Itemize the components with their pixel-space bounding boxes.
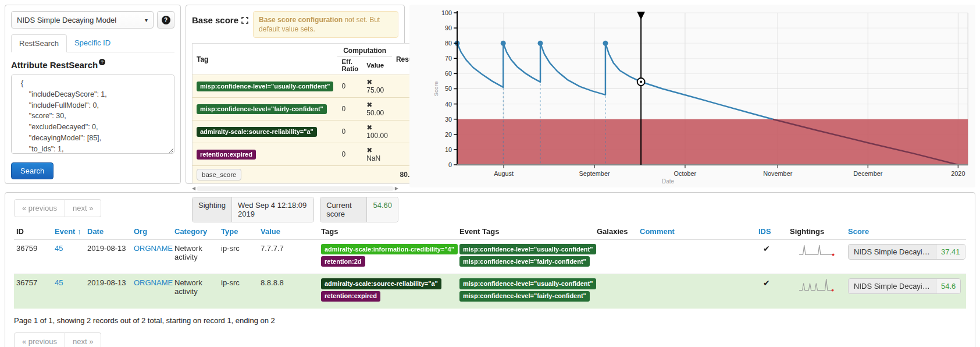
tag-badge[interactable]: misp:confidence-level="fairly-confident" <box>197 104 327 114</box>
ids-check-icon: ✔ <box>758 244 770 253</box>
event-tag-badge[interactable]: misp:confidence-level="fairly-confident" <box>459 256 590 267</box>
col-computation: Computation <box>337 44 391 57</box>
col-id: ID <box>14 224 52 240</box>
event-tag-badge[interactable]: misp:confidence-level="fairly-confident" <box>459 291 590 302</box>
eff-ratio-value: 0 <box>337 121 362 143</box>
previous-page-button[interactable]: « previous <box>14 332 65 347</box>
attribute-row: 36757 45 2019-08-13 ORGNAME Network acti… <box>14 274 966 309</box>
attributes-table: ID Event ↑ Date Org Category Type Value … <box>14 224 966 309</box>
base-score-panel: Base score Base score configuration not … <box>186 5 405 184</box>
cell-date: 2019-08-13 <box>85 274 131 309</box>
svg-text:80: 80 <box>445 40 452 47</box>
question-icon: ? <box>99 59 105 65</box>
cell-galaxies <box>594 274 637 309</box>
horizontal-scrollbar[interactable]: ◀ ▶ <box>192 186 398 192</box>
sighting-date: Wed Sep 4 12:18:09 2019 <box>232 197 313 222</box>
chevron-down-icon: ▾ <box>145 17 148 23</box>
org-link[interactable]: ORGNAME <box>134 244 173 253</box>
tag-numeric-value: 50.00 <box>366 109 384 117</box>
score-button[interactable]: NIDS Simple Decaying … 37.41 <box>848 244 965 260</box>
col-org[interactable]: Org <box>131 224 172 240</box>
base-score-table: Tag Computation Result Eff. Ratio Value … <box>192 43 422 184</box>
restsearch-body-input[interactable]: { "includeDecayScore": 1, "includeFullMo… <box>11 75 174 154</box>
tab-restsearch[interactable]: RestSearch <box>11 34 67 52</box>
tab-specific-id[interactable]: Specific ID <box>67 34 118 52</box>
cell-id: 36759 <box>14 240 52 274</box>
tag-numeric-value: NaN <box>366 154 380 162</box>
current-score-value: 54.60 <box>367 197 398 222</box>
col-eff-ratio: Eff. Ratio <box>337 57 362 75</box>
eff-ratio-value: 0 <box>337 98 362 121</box>
cell-id: 36757 <box>14 274 52 309</box>
scroll-left-icon[interactable]: ◀ <box>192 186 195 191</box>
svg-text:November: November <box>763 170 792 177</box>
col-ids[interactable]: IDS <box>756 224 787 240</box>
next-page-button[interactable]: next » <box>65 199 101 217</box>
base-score-title: Base score <box>192 11 248 38</box>
svg-text:70: 70 <box>445 55 452 62</box>
score-button[interactable]: NIDS Simple Decaying … 54.6 <box>848 278 961 294</box>
pagination-bottom: « previous next » <box>14 332 101 347</box>
decay-chart-panel: 0102030405060708090100AugustSeptemberOct… <box>409 5 975 187</box>
cell-type: ip-src <box>219 240 258 274</box>
col-event[interactable]: Event ↑ <box>52 224 85 240</box>
tag-badge[interactable]: admiralty-scale:source-reliability="a" <box>197 127 317 137</box>
base-score-badge[interactable]: base_score <box>197 169 241 180</box>
model-select-value: NIDS Simple Decaying Model <box>17 16 116 24</box>
base-score-row: retention:expired 0 ✖ NaN 0 <box>193 143 422 166</box>
cell-date: 2019-08-13 <box>85 240 131 274</box>
svg-text:90: 90 <box>445 24 452 31</box>
svg-text:2020: 2020 <box>951 170 965 177</box>
base-score-alert: Base score configuration not set. But de… <box>253 11 398 38</box>
svg-text:40: 40 <box>445 101 452 108</box>
svg-text:100: 100 <box>441 9 452 16</box>
score-model-label: NIDS Simple Decaying … <box>849 245 936 259</box>
search-tabs: RestSearch Specific ID <box>11 34 174 52</box>
restsearch-heading: Attribute RestSearch ? <box>11 60 174 70</box>
svg-text:October: October <box>674 170 697 177</box>
previous-page-button[interactable]: « previous <box>14 199 65 217</box>
model-select[interactable]: NIDS Simple Decaying Model ▾ <box>11 11 154 29</box>
sort-asc-icon: ↑ <box>77 227 81 236</box>
col-type[interactable]: Type <box>219 224 258 240</box>
tag-badge[interactable]: misp:confidence-level="usually-confident… <box>197 82 333 91</box>
svg-text:10: 10 <box>445 146 452 153</box>
tag-badge[interactable]: retention:2d <box>321 256 365 267</box>
event-tag-badge[interactable]: misp:confidence-level="usually-confident… <box>459 278 596 289</box>
tag-numeric-value: 100.00 <box>366 132 388 140</box>
ids-check-icon: ✔ <box>758 278 770 288</box>
col-tag: Tag <box>193 44 338 75</box>
tag-numeric-value: 75.00 <box>366 86 384 94</box>
col-value[interactable]: Value <box>258 224 319 240</box>
scroll-right-icon[interactable]: ▶ <box>395 186 398 191</box>
next-page-button[interactable]: next » <box>65 332 101 347</box>
event-link[interactable]: 45 <box>55 244 63 253</box>
col-sightings: Sightings <box>787 224 846 240</box>
sightings-sparkline <box>790 278 845 293</box>
org-link[interactable]: ORGNAME <box>134 278 173 287</box>
tag-badge[interactable]: retention:expired <box>197 150 256 160</box>
tag-badge[interactable]: retention:expired <box>321 291 380 302</box>
score-model-label: NIDS Simple Decaying … <box>849 279 936 293</box>
col-date[interactable]: Date <box>85 224 131 240</box>
event-link[interactable]: 45 <box>55 278 63 287</box>
svg-text:August: August <box>494 170 514 177</box>
multiply-icon: ✖ <box>366 146 372 154</box>
score-value: 54.6 <box>936 279 960 293</box>
svg-text:Score: Score <box>433 81 439 97</box>
expand-icon[interactable] <box>241 17 248 24</box>
model-help-button[interactable]: ? <box>157 11 174 29</box>
question-icon: ? <box>162 16 170 24</box>
cell-category: Network activity <box>172 240 219 274</box>
col-score[interactable]: Score <box>846 224 966 240</box>
col-comment[interactable]: Comment <box>637 224 756 240</box>
col-category[interactable]: Category <box>172 224 219 240</box>
event-tag-badge[interactable]: misp:confidence-level="usually-confident… <box>459 244 596 254</box>
search-button[interactable]: Search <box>11 162 54 179</box>
sighting-label: Sighting <box>193 197 232 222</box>
svg-text:60: 60 <box>445 70 452 77</box>
tag-badge[interactable]: admiralty-scale:source-reliability="a" <box>321 278 441 289</box>
tag-badge[interactable]: admiralty-scale:information-credibility=… <box>321 244 458 254</box>
base-score-total-row: base_score 80.00 <box>193 166 422 184</box>
cell-comment <box>637 274 756 309</box>
